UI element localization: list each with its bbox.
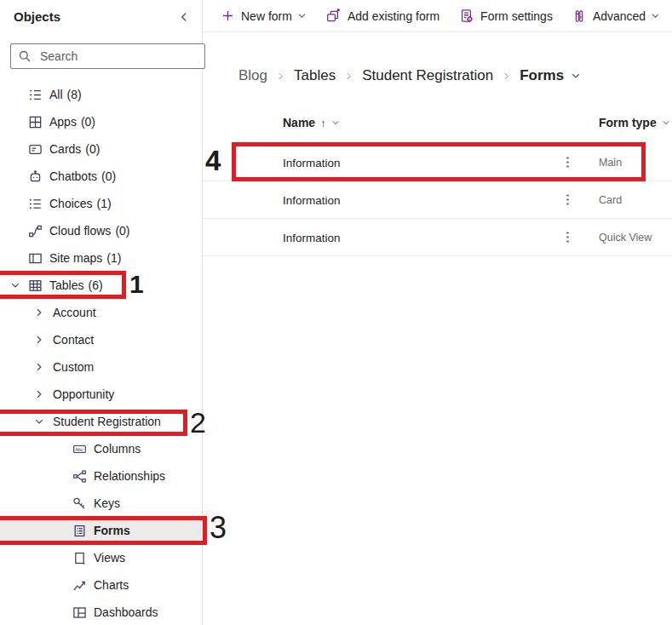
new-form-button[interactable]: New form xyxy=(221,9,307,23)
breadcrumb-blog[interactable]: Blog xyxy=(238,67,267,84)
sidebar-item-tables[interactable]: Tables (6) xyxy=(0,272,202,299)
table-row[interactable]: Information Card xyxy=(203,181,672,219)
sidebar-item-label: Choices xyxy=(49,197,93,210)
sidebar-item-relationships[interactable]: Relationships xyxy=(0,462,202,490)
sidebar-item-label: Tables xyxy=(49,278,83,292)
form-type: Main xyxy=(599,157,622,169)
item-count: (6) xyxy=(88,278,102,292)
chevron-left-icon xyxy=(178,11,190,23)
card-icon xyxy=(27,142,43,157)
form-settings-button[interactable]: Form settings xyxy=(459,9,553,23)
form-type: Quick View xyxy=(599,232,652,244)
sidebar-item-forms[interactable]: Forms xyxy=(0,517,202,544)
sort-ascending-icon: ↑ xyxy=(320,117,326,129)
breadcrumb-student-registration[interactable]: Student Registration xyxy=(362,67,493,84)
search-icon xyxy=(18,49,32,63)
breadcrumb-forms[interactable]: Forms xyxy=(520,67,564,84)
sidebar-item-label: Custom xyxy=(53,360,94,374)
choices-list-icon xyxy=(27,197,43,211)
new-form-label: New form xyxy=(241,9,292,23)
table-row[interactable]: Information Quick View xyxy=(203,219,672,256)
objects-tree: All (8) Apps (0) Cards (0) xyxy=(0,81,202,625)
sidebar-item-dashboards[interactable]: Dashboards xyxy=(0,599,202,625)
sidebar-item-chatbots[interactable]: Chatbots (0) xyxy=(0,163,202,190)
sidebar-item-label: Opportunity xyxy=(53,387,114,401)
forms-icon xyxy=(72,524,87,538)
site-map-icon xyxy=(27,251,43,266)
breadcrumb-tables[interactable]: Tables xyxy=(294,67,336,84)
sidebar-item-label: Charts xyxy=(94,578,129,592)
dashboards-icon xyxy=(72,605,87,620)
chatbot-icon xyxy=(27,169,43,184)
chevron-down-icon xyxy=(9,280,22,290)
search-box[interactable] xyxy=(10,43,205,69)
grid-header: Name ↑ Form type xyxy=(203,116,672,135)
advanced-button[interactable]: Advanced xyxy=(572,9,660,23)
key-icon xyxy=(72,496,87,511)
chevron-down-icon xyxy=(297,11,307,20)
sidebar-item-student-registration[interactable]: Student Registration xyxy=(0,408,202,435)
sidebar-item-apps[interactable]: Apps (0) xyxy=(0,108,202,135)
sidebar-item-label: Student Registration xyxy=(53,415,161,428)
sidebar-item-label: Chatbots xyxy=(49,169,97,183)
sidebar-item-views[interactable]: Views xyxy=(0,544,202,571)
chevron-down-icon xyxy=(651,11,660,20)
chevron-down-icon xyxy=(32,416,46,427)
more-commands-icon[interactable] xyxy=(564,192,571,208)
item-count: (8) xyxy=(67,88,82,101)
sidebar-item-label: Cards xyxy=(49,142,81,156)
views-icon xyxy=(72,551,87,565)
sidebar-item-opportunity[interactable]: Opportunity xyxy=(0,381,202,408)
breadcrumb: Blog Tables Student Registration Forms xyxy=(238,67,581,84)
chevron-right-icon xyxy=(32,335,46,345)
more-commands-icon[interactable] xyxy=(564,229,571,245)
form-name[interactable]: Information xyxy=(283,193,341,206)
panel-title: Objects xyxy=(14,9,60,24)
column-header-form-type[interactable]: Form type xyxy=(599,116,670,129)
form-settings-label: Form settings xyxy=(480,9,553,23)
sidebar-item-contact[interactable]: Contact xyxy=(0,326,202,353)
main-content: New form Add existing form Form settings xyxy=(203,0,672,625)
add-existing-form-button[interactable]: Add existing form xyxy=(326,9,439,23)
sidebar-item-cloud-flows[interactable]: Cloud flows (0) xyxy=(0,217,202,244)
sidebar-item-all[interactable]: All (8) xyxy=(0,81,202,108)
form-name[interactable]: Information xyxy=(283,231,341,244)
sidebar-item-label: All xyxy=(49,88,63,101)
chevron-right-icon xyxy=(276,72,285,81)
sidebar-item-label: Columns xyxy=(94,442,141,456)
more-commands-icon[interactable] xyxy=(564,154,571,170)
relationships-icon xyxy=(72,469,87,484)
sidebar-item-charts[interactable]: Charts xyxy=(0,571,202,599)
chevron-right-icon xyxy=(344,72,353,81)
chevron-down-icon[interactable] xyxy=(571,71,581,81)
sidebar-item-choices[interactable]: Choices (1) xyxy=(0,190,202,217)
item-count: (0) xyxy=(85,142,100,156)
sidebar-item-custom[interactable]: Custom xyxy=(0,353,202,381)
abc-columns-icon: Abc xyxy=(72,442,87,456)
sidebar-item-account[interactable]: Account xyxy=(0,299,202,326)
collapse-panel-button[interactable] xyxy=(178,11,190,23)
add-existing-form-label: Add existing form xyxy=(347,9,439,23)
item-count: (1) xyxy=(97,197,112,210)
sidebar-item-columns[interactable]: Abc Columns xyxy=(0,435,202,462)
advanced-label: Advanced xyxy=(593,9,646,23)
column-header-name[interactable]: Name ↑ xyxy=(283,116,340,129)
chevron-down-icon xyxy=(662,118,670,127)
table-row[interactable]: Information Main xyxy=(203,144,672,181)
search-input[interactable] xyxy=(38,49,198,64)
form-type: Card xyxy=(599,194,622,206)
form-name[interactable]: Information xyxy=(283,156,341,169)
sidebar-item-keys[interactable]: Keys xyxy=(0,490,202,517)
item-count: (0) xyxy=(115,224,129,238)
chevron-right-icon xyxy=(32,307,46,318)
advanced-sliders-icon xyxy=(572,9,586,23)
sidebar-item-label: Account xyxy=(53,306,96,319)
line-chart-icon xyxy=(72,578,87,593)
sidebar-item-cards[interactable]: Cards (0) xyxy=(0,135,202,163)
sidebar-item-label: Views xyxy=(94,551,125,565)
plus-icon xyxy=(221,9,234,22)
sidebar-item-label: Dashboards xyxy=(94,605,158,619)
item-count: (0) xyxy=(101,169,116,183)
sidebar-item-site-maps[interactable]: Site maps (1) xyxy=(0,244,202,272)
cloud-flows-icon xyxy=(27,224,43,238)
